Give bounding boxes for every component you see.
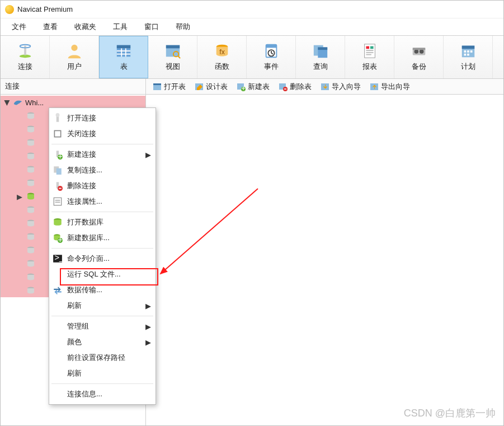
blank-icon [53, 353, 63, 363]
ctx-group[interactable]: 管理组▶ [49, 319, 156, 334]
menu-4[interactable]: 窗口 [136, 20, 167, 34]
ctx-close-conn[interactable]: 关闭连接 [49, 126, 156, 142]
tabletool-export-button[interactable]: 导出向导 [366, 81, 413, 93]
ctx-label: 刷新 [67, 301, 141, 311]
svg-rect-42 [153, 83, 161, 85]
toolbar-report-button[interactable]: 报表 [345, 36, 394, 78]
svg-text:fx: fx [219, 48, 224, 56]
tabletool-new-button[interactable]: +新建表 [233, 81, 273, 93]
menu-2[interactable]: 收藏夹 [67, 20, 104, 34]
svg-rect-27 [366, 50, 373, 51]
toolbar-user-button[interactable]: 用户 [50, 36, 99, 78]
ctx-del-conn[interactable]: 删除连接 [49, 178, 156, 194]
ctx-new-db[interactable]: +新建数据库... [49, 230, 156, 246]
ctx-label: 运行 SQL 文件... [67, 269, 151, 279]
ctx-dup-conn[interactable]: 复制连接... [49, 162, 156, 178]
tool-new-icon: + [237, 82, 246, 91]
tool-export-icon [370, 82, 379, 91]
svg-text:+: + [58, 152, 63, 160]
tabletool-import-button[interactable]: 导入向导 [317, 81, 364, 93]
ctx-cli[interactable]: >_命令列介面... [49, 251, 156, 266]
menu-bar: 文件查看收藏夹工具窗口帮助 [1, 18, 503, 35]
ctx-label: 打开连接 [67, 113, 151, 123]
menu-5[interactable]: 帮助 [168, 20, 198, 34]
table-icon [114, 43, 133, 59]
db-open-icon [53, 217, 63, 227]
database-icon [26, 112, 35, 120]
toolbar-table-button[interactable]: 表 [99, 36, 148, 78]
svg-rect-25 [366, 46, 369, 49]
tool-import-icon [321, 82, 329, 91]
ctx-open-db[interactable]: 打开数据库 [49, 214, 156, 230]
submenu-arrow-icon: ▶ [145, 338, 151, 347]
menu-3[interactable]: 工具 [105, 20, 135, 34]
tabletool-label: 导入向导 [332, 82, 361, 92]
toolbar-label: 表 [120, 62, 128, 72]
ctx-color[interactable]: 颜色▶ [49, 334, 156, 350]
toolbar-label: 查询 [313, 62, 328, 72]
terminal-icon: >_ [53, 254, 63, 264]
svg-rect-28 [366, 52, 373, 53]
toolbar-view-button[interactable]: 视图 [148, 36, 197, 78]
ctx-label: 连接属性... [67, 196, 151, 207]
tabletool-design-button[interactable]: 设计表 [191, 81, 231, 93]
menu-0[interactable]: 文件 [4, 20, 34, 34]
connection-name: Whi... [25, 99, 44, 107]
toolbar-label: 连接 [18, 62, 32, 72]
menu-separator [51, 383, 153, 384]
tabletool-label: 导出向导 [381, 82, 410, 92]
svg-rect-5 [117, 45, 130, 49]
ctx-save-path[interactable]: 前往设置保存路径 [49, 350, 156, 366]
tabletool-label: 删除表 [290, 82, 312, 92]
svg-rect-40 [467, 54, 469, 56]
ctx-label: 复制连接... [67, 165, 151, 175]
menu-1[interactable]: 查看 [35, 20, 65, 34]
ctx-label: 打开数据库 [67, 217, 151, 227]
ctx-label: 连接信息... [67, 389, 151, 399]
toolbar-query-button[interactable]: 查询 [296, 36, 345, 78]
svg-rect-68 [54, 130, 60, 137]
tabletool-open-button[interactable]: 打开表 [149, 81, 189, 93]
connections-pane-header: 连接 [1, 79, 146, 94]
database-icon [26, 260, 35, 268]
function-icon: fx [213, 43, 232, 59]
ctx-conn-prop[interactable]: 连接属性... [49, 194, 156, 209]
title-bar: Navicat Premium [1, 1, 503, 18]
ctx-transfer[interactable]: 数据传输... [49, 282, 156, 298]
ctx-refresh[interactable]: 刷新▶ [49, 298, 156, 313]
report-icon [360, 43, 379, 59]
svg-rect-73 [56, 168, 62, 175]
toolbar-label: 函数 [215, 62, 229, 72]
toolbar-event-button[interactable]: 事件 [247, 36, 296, 78]
secondary-bar: 连接 打开表设计表+新建表删除表导入向导导出向导 [1, 79, 503, 95]
toolbar-backup-button[interactable]: 备份 [394, 36, 444, 78]
ctx-refresh2[interactable]: 刷新 [49, 366, 156, 381]
ctx-conn-info[interactable]: 连接信息... [49, 386, 156, 402]
toolbar-label: 事件 [264, 62, 279, 72]
ctx-label: 新建数据库... [67, 233, 151, 243]
view-icon [163, 43, 182, 59]
tabletool-label: 新建表 [248, 82, 270, 92]
app-logo-icon [5, 5, 14, 14]
toolbar-schedule-button[interactable]: 计划 [444, 36, 493, 78]
chevron-down-icon: ▶ [3, 99, 12, 106]
svg-rect-1 [24, 46, 26, 55]
svg-rect-26 [370, 46, 373, 49]
svg-rect-37 [467, 50, 469, 53]
database-icon [26, 206, 35, 214]
blank-icon [53, 337, 63, 347]
menu-separator [51, 248, 153, 249]
tool-design-icon [195, 82, 204, 91]
ctx-new-conn[interactable]: +新建连接▶ [49, 147, 156, 162]
event-icon [262, 43, 281, 59]
connect-icon [16, 43, 35, 59]
toolbar-connect-button[interactable]: 连接 [1, 36, 50, 78]
connection-context-menu: 打开连接关闭连接+新建连接▶复制连接...删除连接连接属性...打开数据库+新建… [49, 107, 156, 405]
submenu-arrow-icon: ▶ [145, 322, 151, 331]
blank-icon [53, 301, 63, 311]
toolbar-function-button[interactable]: fx函数 [197, 36, 247, 78]
ctx-run-sql[interactable]: 运行 SQL 文件... [49, 266, 156, 282]
tabletool-delete-button[interactable]: 删除表 [275, 81, 315, 93]
svg-point-32 [419, 49, 423, 54]
link-close-icon [53, 129, 63, 139]
